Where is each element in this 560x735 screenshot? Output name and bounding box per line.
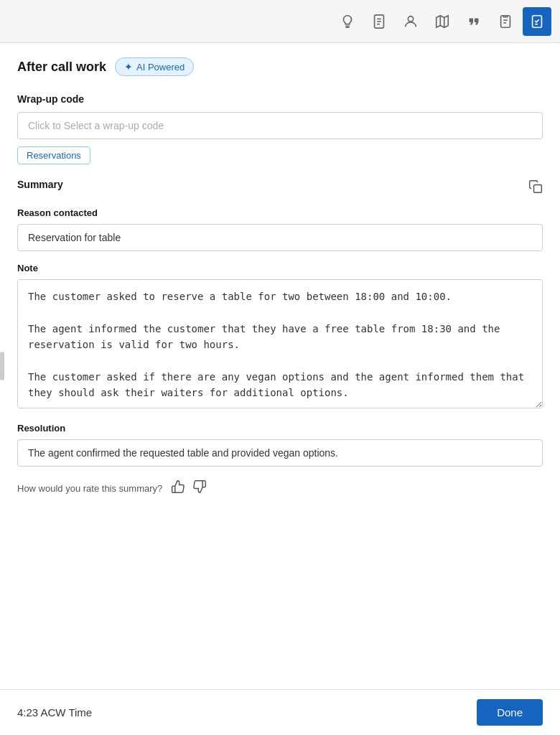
note-group: Note The customer asked to reserve a tab… (17, 263, 543, 411)
thumbs-down-button[interactable] (191, 478, 208, 499)
summary-header: Summary (17, 179, 543, 197)
person-icon[interactable] (396, 7, 425, 36)
document-icon[interactable] (365, 7, 393, 36)
rating-buttons (169, 478, 208, 499)
page-header: After call work ✦ AI Powered (17, 57, 543, 76)
rating-question-text: How would you rate this summary? (17, 483, 162, 494)
quote-icon[interactable] (459, 7, 488, 36)
resolution-input[interactable]: The agent confirmed the requested table … (17, 439, 543, 467)
wrapup-input[interactable]: Click to Select a wrap-up code (17, 112, 543, 139)
bottom-bar: 4:23 ACW Time Done (0, 689, 560, 735)
reason-contacted-label: Reason contacted (17, 207, 543, 218)
resolution-group: Resolution The agent confirmed the reque… (17, 423, 543, 467)
note-textarea[interactable]: The customer asked to reserve a table fo… (17, 279, 543, 408)
ai-badge-label: AI Powered (136, 62, 185, 72)
svg-point-5 (408, 16, 413, 21)
ai-badge: ✦ AI Powered (115, 57, 194, 76)
summary-label: Summary (17, 179, 63, 190)
resolution-label: Resolution (17, 423, 543, 434)
page-title: After call work (17, 60, 106, 75)
svg-rect-14 (534, 184, 542, 192)
acw-time: 4:23 ACW Time (17, 706, 92, 718)
wrapup-label: Wrap-up code (17, 93, 543, 105)
rating-section: How would you rate this summary? (17, 478, 543, 499)
map-icon[interactable] (428, 7, 457, 36)
note-label: Note (17, 263, 543, 273)
wrapup-section: Wrap-up code Click to Select a wrap-up c… (17, 93, 543, 164)
main-content: After call work ✦ AI Powered Wrap-up cod… (0, 43, 560, 689)
summary-section: Summary Reason contacted Reservation for… (17, 179, 543, 499)
wrapup-tag[interactable]: Reservations (17, 146, 90, 164)
reason-contacted-input[interactable]: Reservation for table (17, 224, 543, 251)
checklist-active-icon[interactable] (523, 7, 551, 36)
ai-sparkle-icon: ✦ (124, 61, 133, 72)
svg-marker-6 (437, 15, 449, 27)
copy-icon[interactable] (528, 179, 543, 197)
lightbulb-icon[interactable] (333, 7, 362, 36)
thumbs-up-button[interactable] (169, 478, 187, 499)
clipboard-icon[interactable] (491, 7, 520, 36)
top-navigation (0, 0, 560, 43)
reason-contacted-group: Reason contacted Reservation for table (17, 207, 543, 251)
done-button[interactable]: Done (477, 699, 543, 726)
resize-handle[interactable] (0, 352, 4, 380)
rating-question: How would you rate this summary? (17, 478, 543, 499)
